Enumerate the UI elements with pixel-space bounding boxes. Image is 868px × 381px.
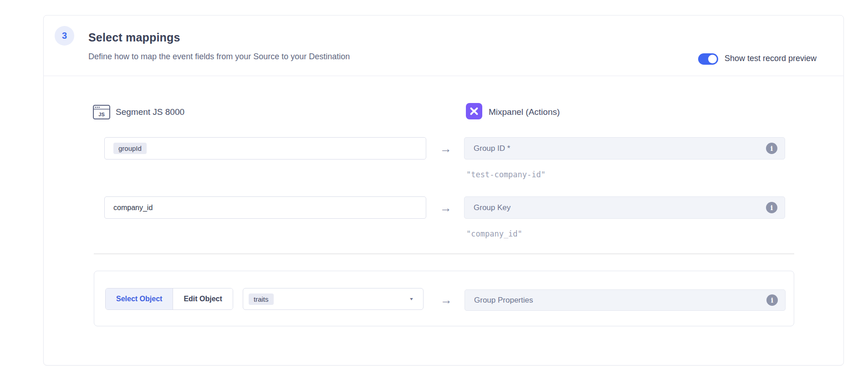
source-name: Segment JS 8000 — [116, 107, 184, 117]
test-record-preview-value: "test-company-id" — [466, 170, 546, 179]
source-field-input-company-id[interactable] — [104, 196, 426, 219]
toggle-label: Show test record preview — [725, 54, 817, 63]
section-divider — [94, 253, 794, 254]
arrow-right-icon: → — [439, 293, 453, 307]
arrow-right-icon: → — [439, 201, 453, 215]
destination-field-group-id: Group ID * i — [464, 137, 785, 160]
show-test-record-preview-toggle[interactable] — [698, 53, 718, 65]
select-object-button[interactable]: Select Object — [106, 288, 173, 309]
chevron-down-icon: ▼ — [409, 297, 414, 301]
field-token[interactable]: groupId — [113, 143, 147, 154]
select-mappings-card: 3 Select mappings Define how to map the … — [43, 15, 844, 366]
page-subtitle: Define how to map the event fields from … — [88, 52, 350, 62]
destination-field-label: Group Key — [474, 203, 511, 212]
segment-js-browser-icon: JS — [93, 105, 110, 119]
step-number-badge: 3 — [55, 26, 74, 46]
destination-field-group-key: Group Key i — [464, 196, 785, 219]
source-field-text-input[interactable] — [113, 204, 426, 212]
info-icon[interactable]: i — [766, 202, 777, 213]
info-icon[interactable]: i — [766, 143, 777, 154]
field-token[interactable]: traits — [249, 293, 274, 305]
arrow-right-icon: → — [439, 142, 453, 155]
destination-field-label: Group Properties — [474, 296, 533, 305]
toggle-knob — [708, 55, 717, 63]
object-mode-button-group: Select Object Edit Object — [105, 288, 233, 310]
destination-name: Mixpanel (Actions) — [489, 107, 560, 117]
svg-text:JS: JS — [98, 112, 104, 117]
page-title: Select mappings — [88, 31, 180, 44]
mixpanel-icon — [466, 103, 482, 119]
source-field-input-groupid[interactable]: groupId — [104, 137, 426, 160]
destination-field-label: Group ID * — [474, 144, 510, 153]
test-record-preview-value: "company_id" — [466, 229, 522, 238]
info-icon[interactable]: i — [766, 294, 778, 306]
header-divider — [44, 76, 843, 76]
object-path-dropdown[interactable]: traits ▼ — [243, 288, 424, 310]
destination-field-group-properties: Group Properties i — [465, 289, 786, 311]
object-mapping-box: Select Object Edit Object traits ▼ → Gro… — [94, 271, 794, 326]
edit-object-button[interactable]: Edit Object — [173, 288, 232, 309]
